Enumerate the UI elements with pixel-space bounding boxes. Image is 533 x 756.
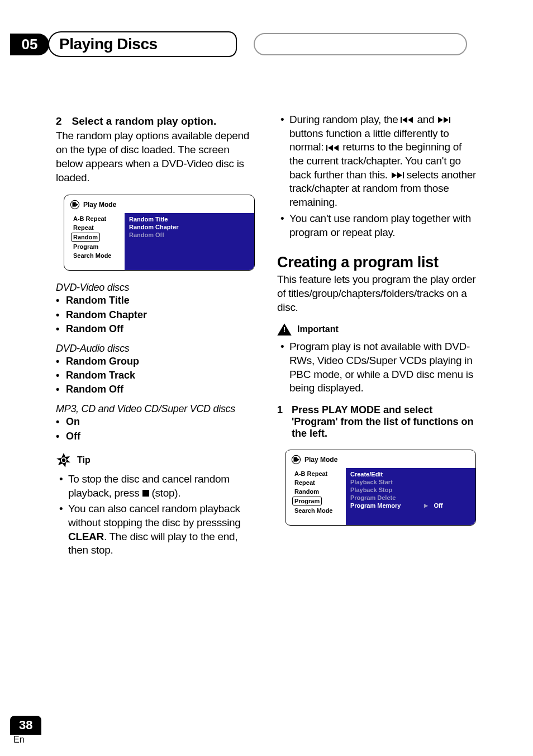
- svg-point-5: [62, 459, 65, 462]
- menu-option: Playback Stop: [350, 486, 471, 494]
- menu-option: Playback Start: [350, 478, 471, 486]
- chapter-title-frame: Playing Discs: [48, 31, 237, 57]
- list-item: During random play, the and buttons func…: [277, 113, 477, 210]
- svg-marker-21: [297, 458, 300, 461]
- svg-marker-15: [334, 145, 339, 151]
- list-item: Random Chapter: [56, 308, 256, 322]
- play-mode-menu-program: Play Mode A-B RepeatRepeatRandomProgramS…: [285, 450, 476, 526]
- step-number: 1: [277, 404, 283, 440]
- step-title: Press PLAY MODE and select 'Program' fro…: [292, 404, 477, 440]
- section-body: This feature lets you program the play o…: [277, 272, 477, 314]
- important-row: ! Important: [277, 323, 477, 336]
- play-mode-icon: [291, 455, 301, 465]
- menu-item: Search Mode: [292, 506, 346, 515]
- section-heading: Creating a program list: [277, 254, 477, 271]
- menu-item: Repeat: [71, 223, 125, 232]
- menu-left-list: A-B RepeatRepeatRandomProgramSearch Mode: [285, 468, 346, 525]
- svg-marker-2: [76, 204, 79, 206]
- svg-marker-16: [392, 172, 397, 178]
- step-2-body: The random play options available depend…: [56, 129, 256, 185]
- header-right-bubble: [254, 33, 467, 55]
- menu-item: A-B Repeat: [292, 469, 346, 478]
- svg-rect-7: [401, 117, 402, 123]
- dvd-audio-caption: DVD-Audio discs: [56, 343, 256, 355]
- left-column: 2 Select a random play option. The rando…: [56, 113, 256, 564]
- svg-rect-1: [73, 202, 76, 207]
- dvd-video-caption: DVD-Video discs: [56, 282, 256, 294]
- tip-icon: [56, 452, 72, 468]
- list-item: Random Off: [56, 382, 256, 396]
- svg-rect-12: [449, 117, 450, 123]
- chapter-title: Playing Discs: [59, 35, 158, 53]
- list-item: Random Off: [56, 322, 256, 336]
- step-number: 2: [56, 115, 62, 127]
- play-mode-menu-random: Play Mode A-B RepeatRepeatRandomProgramS…: [64, 195, 255, 271]
- menu-option: Program Memory▶ Off: [350, 502, 471, 509]
- menu-option: Random Off: [129, 231, 250, 239]
- right-column: During random play, the and buttons func…: [277, 113, 477, 564]
- step-1-heading: 1 Press PLAY MODE and select 'Program' f…: [277, 404, 477, 440]
- random-play-notes: During random play, the and buttons func…: [277, 113, 477, 239]
- menu-option: Random Chapter: [129, 223, 250, 231]
- dvd-video-list: Random TitleRandom ChapterRandom Off: [56, 294, 256, 336]
- list-item: You can also cancel random playback with…: [56, 502, 256, 557]
- important-list: Program play is not available with DVD-R…: [277, 340, 477, 395]
- svg-rect-18: [403, 172, 404, 178]
- mp3-list: OnOff: [56, 415, 256, 443]
- svg-marker-17: [397, 172, 402, 178]
- step-2-heading: 2 Select a random play option.: [56, 115, 256, 127]
- menu-item: Repeat: [292, 478, 346, 487]
- menu-title: Play Mode: [304, 456, 337, 464]
- chapter-header: 05 Playing Discs: [0, 31, 533, 57]
- svg-rect-13: [326, 145, 327, 151]
- svg-rect-6: [142, 490, 149, 497]
- menu-option: Create/Edit: [350, 470, 471, 478]
- chapter-number-badge: 05: [10, 34, 49, 55]
- important-icon: !: [277, 323, 292, 336]
- menu-item: A-B Repeat: [71, 214, 125, 223]
- list-item: To stop the disc and cancel random playb…: [56, 472, 256, 500]
- svg-marker-10: [438, 117, 443, 123]
- step-title: Select a random play option.: [72, 115, 217, 127]
- menu-option: Program Delete: [350, 494, 471, 502]
- svg-rect-20: [294, 457, 297, 462]
- list-item: On: [56, 415, 256, 429]
- menu-right-list: Random TitleRandom ChapterRandom Off: [125, 213, 254, 270]
- list-item: Random Group: [56, 355, 256, 368]
- page-number-badge: 38: [10, 716, 41, 735]
- svg-marker-8: [402, 117, 407, 123]
- play-mode-icon: [70, 200, 80, 210]
- list-item: Random Track: [56, 368, 256, 382]
- menu-option: Random Title: [129, 215, 250, 223]
- svg-marker-9: [408, 117, 413, 123]
- menu-item: Random: [292, 487, 346, 496]
- mp3-caption: MP3, CD and Video CD/Super VCD discs: [56, 403, 256, 415]
- important-label: Important: [297, 324, 339, 334]
- list-item: Off: [56, 429, 256, 443]
- tip-row: Tip: [56, 452, 256, 468]
- tip-list: To stop the disc and cancel random playb…: [56, 472, 256, 557]
- list-item: You can't use random play together with …: [277, 212, 477, 239]
- menu-item: Program: [71, 242, 125, 251]
- list-item: Program play is not available with DVD-R…: [277, 340, 477, 395]
- svg-marker-11: [444, 117, 449, 123]
- tip-label: Tip: [77, 455, 91, 465]
- menu-right-list: Create/EditPlayback StartPlayback StopPr…: [346, 468, 475, 525]
- list-item: Random Title: [56, 294, 256, 308]
- page-language: En: [13, 735, 41, 745]
- menu-title: Play Mode: [83, 201, 116, 209]
- svg-marker-14: [328, 145, 333, 151]
- menu-left-list: A-B RepeatRepeatRandomProgramSearch Mode: [64, 213, 125, 270]
- menu-item: Search Mode: [71, 251, 125, 260]
- dvd-audio-list: Random GroupRandom TrackRandom Off: [56, 355, 256, 397]
- page-footer: 38 En: [10, 716, 41, 745]
